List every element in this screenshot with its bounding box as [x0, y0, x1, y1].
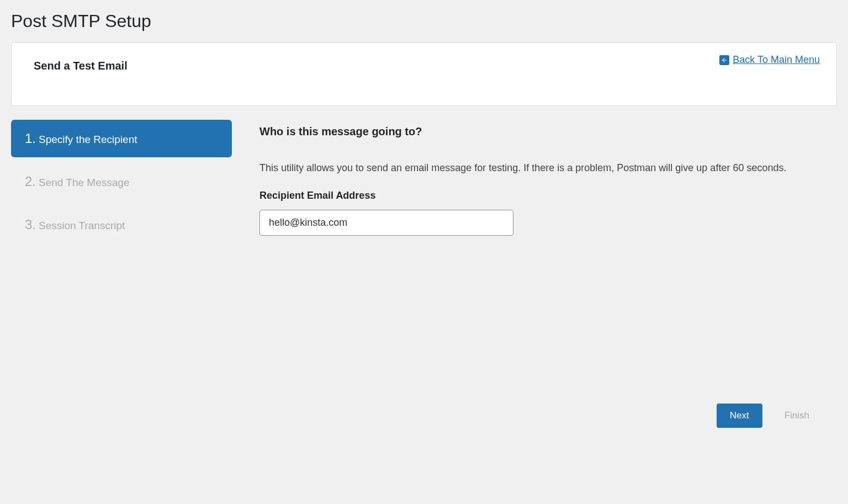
recipient-email-input[interactable] — [259, 210, 513, 236]
finish-button: Finish — [779, 404, 815, 428]
back-to-main-menu-link[interactable]: Back To Main Menu — [733, 54, 820, 66]
header-card: Send a Test Email Back To Main Menu — [11, 43, 837, 106]
step-number: 1. — [25, 131, 36, 146]
wizard-steps: 1. Specify the Recipient 2. Send The Mes… — [11, 120, 232, 249]
wizard-step-3[interactable]: 3. Session Transcript — [11, 206, 232, 243]
step-number: 2. — [25, 174, 36, 189]
wizard-container: 1. Specify the Recipient 2. Send The Mes… — [11, 120, 837, 249]
back-link-wrapper: Back To Main Menu — [719, 54, 820, 66]
back-arrow-icon — [719, 55, 729, 65]
content-heading: Who is this message going to? — [259, 125, 837, 138]
next-button[interactable]: Next — [717, 404, 762, 428]
content-description: This utility allows you to send an email… — [259, 160, 837, 176]
wizard-step-1[interactable]: 1. Specify the Recipient — [11, 120, 232, 157]
header-card-title: Send a Test Email — [34, 60, 814, 72]
wizard-content: Who is this message going to? This utili… — [259, 120, 837, 249]
wizard-footer: Next Finish — [11, 404, 837, 428]
wizard-step-2[interactable]: 2. Send The Message — [11, 163, 232, 200]
step-label: Send The Message — [39, 177, 129, 188]
step-label: Specify the Recipient — [39, 134, 137, 145]
step-number: 3. — [25, 217, 36, 232]
page-title: Post SMTP Setup — [11, 11, 837, 31]
step-label: Session Transcript — [39, 220, 125, 231]
recipient-email-label: Recipient Email Address — [259, 190, 837, 201]
